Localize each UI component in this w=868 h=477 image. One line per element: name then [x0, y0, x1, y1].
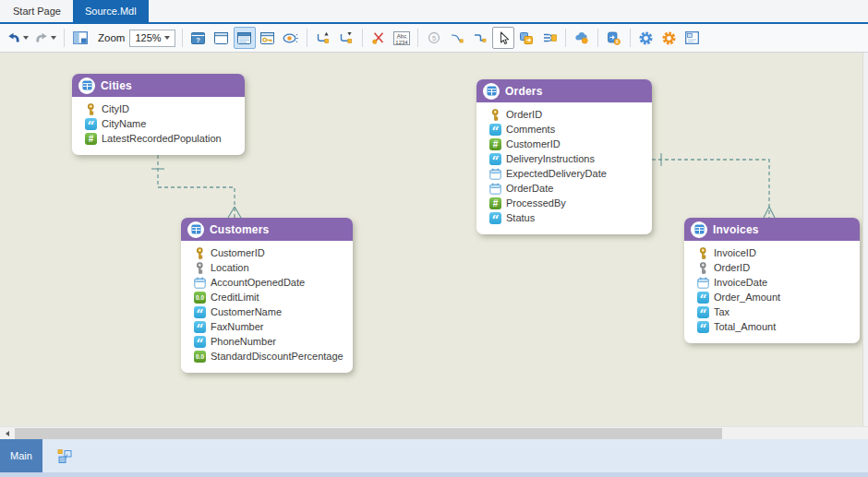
undo-dropdown-caret[interactable]	[23, 36, 29, 40]
toolbar-separator	[630, 29, 631, 47]
toolbar-separator	[417, 29, 418, 47]
text-type-icon: “	[697, 321, 709, 333]
export-database-button[interactable]: 0	[603, 27, 625, 49]
field-label: DeliveryInstructions	[506, 153, 595, 164]
cloud-sync-button[interactable]	[571, 27, 593, 49]
entity-card-orders[interactable]: OrdersOrderID“Comments#CustomerID“Delive…	[476, 79, 652, 234]
field-label: ProcessedBy	[506, 197, 566, 209]
curve-connector-button[interactable]	[446, 27, 468, 49]
entity-header[interactable]: Customers	[181, 218, 353, 241]
entity-field-list: InvoiceIDOrderIDInvoiceDate“Order_Amount…	[684, 241, 860, 343]
date-type-icon	[194, 277, 206, 289]
sheet-tab-main[interactable]: Main	[0, 439, 42, 472]
tab-source-mdl[interactable]: Source.Mdl	[73, 0, 149, 22]
field-label: ExpectedDeliveryDate	[506, 168, 607, 179]
entity-card-cities[interactable]: CitiesCityID“CityName#LatestRecordedPopu…	[72, 74, 245, 155]
zoom-level-select[interactable]: 125%	[129, 30, 175, 47]
entity-field-latestrecordedpopulation[interactable]: #LatestRecordedPopulation	[85, 131, 239, 146]
fit-page-button[interactable]	[69, 27, 91, 49]
auto-number-button[interactable]: 5	[423, 27, 445, 49]
entity-card-invoices[interactable]: InvoicesInvoiceIDOrderIDInvoiceDate“Orde…	[684, 218, 860, 343]
entity-field-orderid[interactable]: OrderID	[489, 107, 646, 122]
merge-objects-button[interactable]	[538, 27, 561, 49]
captions-button[interactable]: Abc1234	[391, 27, 413, 49]
decimal-type-icon: 0.0	[194, 351, 206, 363]
entity-table-icon	[78, 78, 95, 94]
entity-field-processedby[interactable]: #ProcessedBy	[489, 196, 646, 210]
document-tab-bar: Start Page Source.Mdl	[0, 0, 868, 24]
redo-button[interactable]	[32, 27, 59, 49]
new-subdiagram-button[interactable]	[56, 448, 73, 464]
display-level-attributes-button[interactable]	[234, 27, 256, 49]
scroll-left-button[interactable]	[0, 427, 15, 439]
entity-field-invoiceid[interactable]: InvoiceID	[697, 245, 854, 260]
entity-field-orderid[interactable]: OrderID	[697, 260, 854, 275]
route-connector-down-button[interactable]	[335, 27, 357, 49]
entity-card-customers[interactable]: CustomersCustomerIDLocationAccountOpened…	[181, 218, 353, 373]
entity-field-cityname[interactable]: “CityName	[85, 116, 239, 131]
entity-field-orderdate[interactable]: OrderDate	[489, 181, 646, 196]
copy-object-button[interactable]	[515, 27, 537, 49]
diagram-canvas[interactable]: CitiesCityID“CityName#LatestRecordedPopu…	[0, 53, 868, 426]
route-connector-up-button[interactable]	[312, 27, 334, 49]
primary-key-icon	[697, 247, 709, 259]
entity-field-creditlimit[interactable]: 0.0CreditLimit	[194, 290, 347, 304]
field-label: CustomerID	[211, 247, 265, 258]
entity-field-expecteddeliverydate[interactable]: ExpectedDeliveryDate	[489, 166, 646, 181]
app-window: Start Page Source.Mdl Zoom 125% ?	[0, 0, 868, 477]
toolbar-separator	[597, 29, 598, 47]
vertical-scrollbar[interactable]	[862, 53, 868, 426]
entity-field-total_amount[interactable]: “Total_Amount	[697, 319, 854, 334]
entity-field-standarddiscountpercentage[interactable]: 0.0StandardDiscountPercentage	[194, 349, 347, 364]
display-level-entity-button[interactable]	[211, 27, 233, 49]
preview-window-button[interactable]	[681, 27, 704, 49]
display-level-attributes-icon	[237, 32, 251, 44]
entity-field-invoicedate[interactable]: InvoiceDate	[697, 275, 854, 290]
relationship-cities-customers[interactable]	[158, 155, 235, 218]
entity-field-faxnumber[interactable]: “FaxNumber	[194, 319, 347, 334]
entity-header[interactable]: Cities	[72, 74, 245, 97]
text-type-icon: “	[85, 118, 97, 130]
entity-title: Cities	[101, 79, 132, 92]
settings-orange-button[interactable]	[658, 27, 681, 49]
entity-header[interactable]: Invoices	[684, 218, 860, 241]
entity-field-comments[interactable]: “Comments	[489, 122, 646, 137]
horizontal-scrollbar[interactable]	[0, 426, 868, 439]
entity-field-accountopeneddate[interactable]: AccountOpenedDate	[194, 275, 347, 290]
display-mode-button[interactable]	[280, 27, 302, 49]
field-label: InvoiceDate	[714, 277, 767, 288]
entity-field-phonenumber[interactable]: “PhoneNumber	[194, 334, 347, 349]
entity-header[interactable]: Orders	[476, 79, 652, 102]
tab-label: Start Page	[13, 6, 61, 17]
text-type-icon: “	[194, 336, 206, 348]
tab-start-page[interactable]: Start Page	[1, 0, 73, 22]
pointer-select-button[interactable]	[492, 27, 514, 49]
remove-connector-button[interactable]	[368, 27, 390, 49]
display-level-keys-button[interactable]	[257, 27, 279, 49]
entity-field-tax[interactable]: “Tax	[697, 304, 854, 319]
entity-field-location[interactable]: Location	[194, 260, 347, 275]
redo-dropdown-caret[interactable]	[51, 36, 56, 40]
field-label: AccountOpenedDate	[211, 277, 305, 288]
field-label: InvoiceID	[714, 247, 756, 258]
display-level-conceptual-button[interactable]: ?	[187, 27, 210, 49]
entity-field-status[interactable]: “Status	[489, 210, 646, 225]
entity-field-deliveryinstructions[interactable]: “DeliveryInstructions	[489, 151, 646, 166]
window-bottom-edge	[0, 472, 868, 477]
entity-field-cityid[interactable]: CityID	[85, 101, 239, 116]
undo-button[interactable]	[5, 27, 31, 49]
text-type-icon: “	[194, 321, 206, 333]
date-type-icon	[489, 168, 501, 180]
entity-field-customername[interactable]: “CustomerName	[194, 304, 347, 319]
settings-blue-button[interactable]	[635, 27, 657, 49]
fit-page-icon	[73, 31, 88, 44]
entity-field-order_amount[interactable]: “Order_Amount	[697, 290, 854, 304]
elbow-connector-button[interactable]	[469, 27, 491, 49]
entity-field-customerid[interactable]: CustomerID	[194, 245, 347, 260]
horizontal-scrollbar-thumb[interactable]	[15, 428, 722, 439]
text-type-icon: “	[697, 306, 709, 318]
relationship-orders-invoices[interactable]	[652, 160, 769, 218]
field-label: CityID	[102, 103, 129, 114]
entity-field-customerid[interactable]: #CustomerID	[489, 137, 646, 151]
field-label: OrderID	[714, 262, 750, 273]
